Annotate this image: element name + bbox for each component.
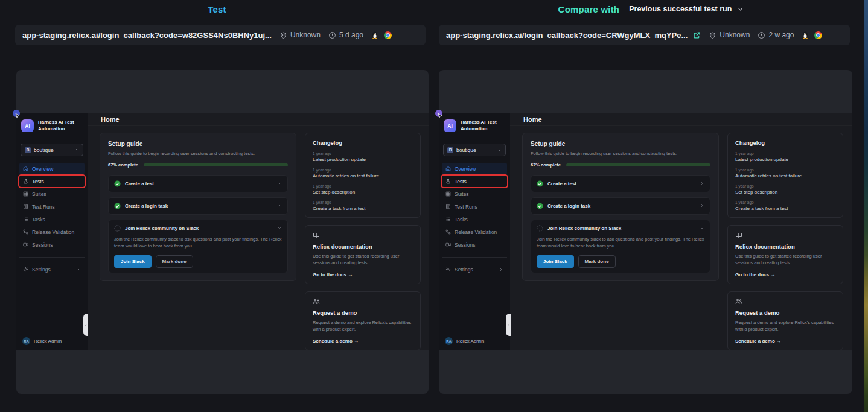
sidebar-item-overview: Overview: [19, 163, 85, 174]
sidebar-item-suites: Suites: [19, 188, 85, 200]
setup-guide-items: Create a test Create a login task: [531, 175, 710, 273]
progress-label: 67% complete: [108, 162, 138, 168]
location-meta: Unknown: [709, 31, 750, 39]
workflow-icon: [445, 229, 451, 235]
sidebar-item-tasks: Tasks: [442, 214, 507, 225]
mark-done-button: Mark done: [578, 255, 616, 268]
cursor-marker: [13, 110, 20, 117]
users-icon: [735, 298, 835, 305]
setup-guide-title: Setup guide: [108, 141, 288, 147]
panes-container: Test app-staging.relicx.ai/login_callbac…: [0, 0, 868, 394]
sidebar: AI Harness AI Test Automation B boutique: [439, 113, 510, 350]
brand: AI Harness AI Test Automation: [16, 113, 88, 138]
main-content: Setup guide Follow this guide to begin r…: [510, 126, 852, 351]
book-icon: [735, 232, 835, 239]
go-to-docs-link: Go to the docs →: [735, 272, 835, 277]
changelog-entry: 1 year ago Latest production update: [313, 151, 413, 162]
request-demo-description: Request a demo and explore Relicx's capa…: [735, 319, 835, 333]
user-row: RA Relicx Admin: [445, 337, 484, 345]
changelog-title: Changelog: [313, 139, 413, 146]
url-bar[interactable]: app-staging.relicx.ai/login_callback?cod…: [439, 25, 850, 45]
linux-tux-icon: [802, 31, 809, 39]
sidebar-item-test-runs: Test Runs: [19, 201, 85, 212]
chrome-icon: [814, 31, 822, 39]
video-icon: [445, 242, 451, 247]
setup-guide-items: Create a test Create a login task: [108, 175, 288, 273]
brand-name: Harness AI Test Automation: [461, 119, 497, 132]
sidebar-nav: Overview Tests Suites Test Runs: [439, 163, 510, 250]
project-name: boutique: [456, 147, 476, 153]
cursor-arrow-icon: [14, 113, 21, 119]
sidebar-item-release-validation: Release Validation: [19, 226, 85, 238]
location-pin-icon: [709, 31, 716, 39]
setup-item-join-slack: Join Relicx community on Slack Join the …: [108, 220, 288, 273]
progress-row: 67% complete: [108, 162, 288, 168]
chevron-right-icon: [277, 181, 282, 186]
user-name: Relicx Admin: [456, 338, 484, 344]
request-demo-card: Request a demo Request a demo and explor…: [727, 291, 843, 350]
sidebar-collapse-handle: [506, 314, 511, 336]
avatar: RA: [445, 337, 453, 345]
request-demo-card: Request a demo Request a demo and explor…: [305, 291, 421, 350]
changelog-entry: 1 year ago Set step description: [735, 184, 835, 195]
join-slack-button: Join Slack: [114, 255, 152, 268]
clock-icon: [758, 31, 765, 39]
user-row: RA Relicx Admin: [22, 337, 62, 345]
chevron-down-icon: [737, 6, 744, 13]
users-icon: [313, 298, 413, 305]
setup-guide-description: Follow this guide to begin recording use…: [531, 151, 710, 156]
gear-icon: [445, 267, 451, 272]
harness-logo-icon: AI: [21, 119, 34, 132]
changelog-entry: 1 year ago Set step description: [313, 184, 413, 195]
request-demo-title: Request a demo: [313, 309, 413, 316]
sidebar-item-sessions: Sessions: [442, 239, 507, 250]
chrome-icon: [384, 31, 392, 39]
documentation-card: Relicx documentation Use this guide to g…: [727, 225, 843, 284]
check-circle-icon: [114, 203, 121, 209]
compare-run-dropdown[interactable]: Previous successful test run: [629, 5, 744, 13]
request-demo-description: Request a demo and explore Relicx's capa…: [313, 319, 413, 333]
location-pin-icon: [279, 31, 287, 39]
pane-title: Test: [208, 4, 226, 14]
progress-label: 67% complete: [531, 162, 561, 168]
project-name: boutique: [34, 147, 54, 153]
book-icon: [313, 232, 413, 239]
setup-item-description: Join the Relicx community slack to ask q…: [537, 236, 704, 250]
age-label: 5 d ago: [339, 31, 363, 39]
location-label: Unknown: [720, 31, 750, 39]
project-badge: B: [447, 147, 453, 153]
setup-item-create-login-task: Create a login task: [531, 197, 710, 215]
location-meta: Unknown: [279, 31, 321, 39]
project-selector: B boutique: [443, 144, 506, 156]
changelog-entry: 1 year ago Latest production update: [735, 151, 835, 162]
setup-item-description: Join the Relicx community slack to ask q…: [114, 236, 282, 250]
main-content: Setup guide Follow this guide to begin r…: [88, 126, 429, 351]
sidebar-nav: Overview Tests Suites Test Runs: [16, 163, 88, 250]
changelog-entry: 1 year ago Create a task from a test: [735, 200, 835, 211]
check-circle-icon: [537, 203, 543, 209]
chevron-down-icon: [700, 226, 704, 230]
linux-tux-icon: [371, 31, 378, 39]
list-icon: [445, 217, 451, 222]
chevron-left-icon: [506, 323, 510, 327]
incomplete-circle-icon: [537, 225, 543, 232]
page-title: Home: [510, 113, 852, 126]
setup-guide-title: Setup guide: [531, 141, 710, 147]
changelog-entry: 1 year ago Create a task from a test: [313, 200, 413, 211]
setup-guide-card: Setup guide Follow this guide to begin r…: [522, 133, 719, 281]
url-text: app-staging.relicx.ai/login_callback?cod…: [446, 31, 688, 40]
app-main: Home Setup guide Follow this guide to be…: [88, 113, 429, 350]
cursor-marker: [435, 110, 442, 117]
cursor-arrow-icon: [437, 113, 443, 119]
chevron-right-icon: [700, 181, 704, 186]
chevron-right-icon: [76, 267, 81, 272]
url-bar[interactable]: app-staging.relicx.ai/login_callback?cod…: [15, 25, 426, 45]
avatar: RA: [22, 337, 30, 345]
columns-icon: [445, 204, 451, 209]
chevron-down-icon: [277, 226, 282, 230]
external-link-icon[interactable]: [693, 31, 701, 39]
flask-icon: [445, 179, 451, 184]
documentation-description: Use this guide to get started recording …: [313, 253, 413, 267]
compare-run-dropdown-label: Previous successful test run: [629, 5, 732, 13]
mark-done-button: Mark done: [156, 255, 193, 268]
